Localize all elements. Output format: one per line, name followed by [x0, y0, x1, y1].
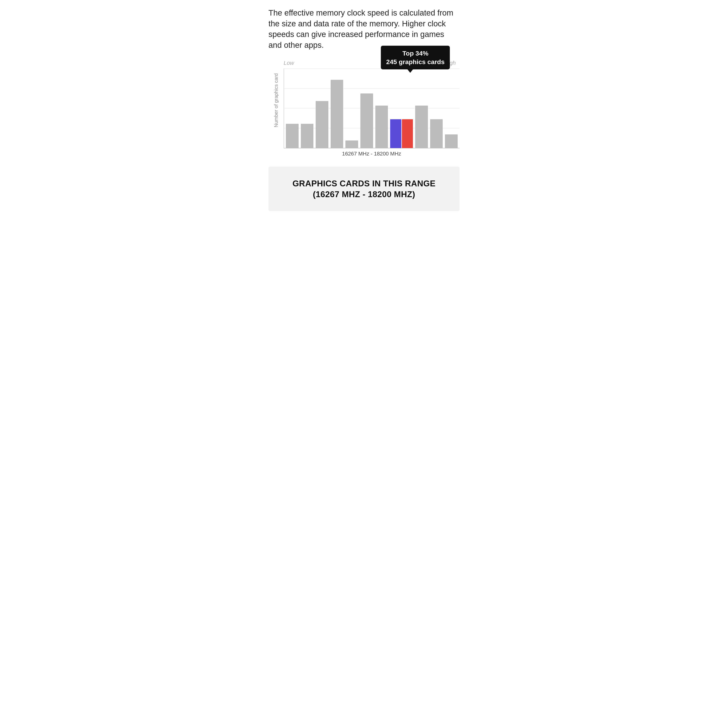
- bar-9: [415, 106, 428, 148]
- bar-wrapper-11: [445, 72, 458, 148]
- bar-wrapper-9: [415, 72, 428, 148]
- bottom-section: GRAPHICS CARDS IN THIS RANGE (16267 MHZ …: [268, 167, 460, 211]
- bottom-section-title: GRAPHICS CARDS IN THIS RANGE (16267 MHZ …: [284, 178, 444, 200]
- bar-wrapper-2: [301, 72, 314, 148]
- bar-2: [301, 124, 314, 148]
- bar-4: [330, 80, 343, 148]
- chart-body: Number of graphics card: [268, 69, 460, 148]
- x-axis-range: 16267 MHz - 18200 MHz: [268, 151, 460, 157]
- y-axis-label: Number of graphics card: [273, 89, 279, 127]
- bar-6: [360, 93, 373, 148]
- bar-8-blue: [390, 119, 401, 148]
- description-text: The effective memory clock speed is calc…: [268, 8, 460, 50]
- bar-3: [316, 101, 328, 148]
- bar-wrapper-1: [286, 72, 298, 148]
- bar-wrapper-4: [330, 72, 343, 148]
- tooltip-line2: 245 graphics cards: [386, 58, 445, 66]
- bar-wrapper-5: [346, 72, 358, 148]
- bars-container: Top 34% 245 graphics cards: [284, 69, 460, 148]
- bar-11: [445, 135, 458, 148]
- bar-wrapper-10: [430, 72, 443, 148]
- chart-section: Low High Number of graphics card: [268, 60, 460, 161]
- tooltip-arrow: [407, 69, 413, 73]
- bar-10: [430, 119, 443, 148]
- bar-wrapper-6: [360, 72, 373, 148]
- y-axis-label-container: Number of graphics card: [268, 69, 284, 148]
- chart-plot: Top 34% 245 graphics cards: [284, 69, 460, 148]
- axis-low-label: Low: [284, 60, 294, 66]
- bar-8-red: [402, 119, 413, 148]
- bar-7: [375, 106, 388, 148]
- bar-wrapper-7: [375, 72, 388, 148]
- chart-tooltip: Top 34% 245 graphics cards: [381, 46, 450, 69]
- page-container: The effective memory clock speed is calc…: [262, 0, 466, 211]
- bar-wrapper-3: [316, 72, 328, 148]
- bar-5: [346, 141, 358, 148]
- tooltip-line1: Top 34%: [386, 49, 445, 57]
- bar-1: [286, 124, 298, 148]
- bar-wrapper-8-highlighted: Top 34% 245 graphics cards: [390, 72, 413, 148]
